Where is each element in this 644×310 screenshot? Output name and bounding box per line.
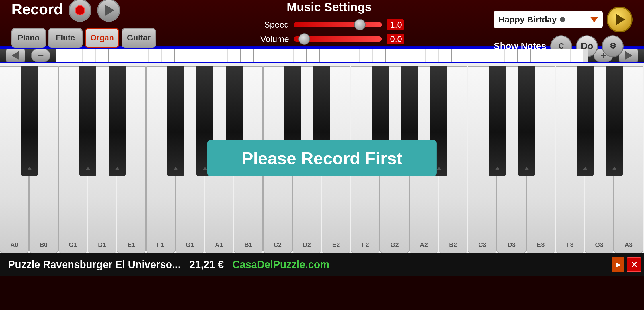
key-label: G2: [390, 241, 399, 249]
control-title: Music Control: [494, 0, 574, 3]
key-label: A2: [420, 241, 428, 249]
key-label: E2: [332, 241, 340, 249]
ad-play-icon[interactable]: ▶: [612, 257, 624, 272]
play-gold-icon: [616, 14, 625, 25]
key-label: C3: [478, 241, 486, 249]
speed-value: 1.0: [387, 19, 404, 30]
arrow-left-icon: [12, 51, 19, 60]
key-label: C2: [274, 241, 282, 249]
key-label: F3: [566, 241, 574, 249]
black-key-20[interactable]: [606, 66, 623, 176]
key-label: E3: [537, 241, 545, 249]
song-name: Happy Birtday: [498, 15, 557, 24]
instrument-guitar[interactable]: Guitar: [122, 28, 156, 48]
black-key-19[interactable]: [577, 66, 594, 176]
key-label: B0: [40, 241, 48, 249]
record-overlay: Please Record First: [207, 140, 437, 176]
zoom-out-button[interactable]: −: [31, 49, 50, 62]
volume-thumb[interactable]: [298, 33, 310, 45]
volume-label: Volume: [255, 34, 289, 44]
piano-area: A0B0C1D1E1F1G1A1B1C2D2E2F2G2A2B2C3D3E3F3…: [0, 63, 644, 253]
black-key-16[interactable]: [489, 66, 506, 176]
speed-label: Speed: [255, 20, 289, 30]
ad-price: 21,21 €: [189, 259, 224, 271]
black-key-5[interactable]: [167, 66, 184, 176]
instrument-piano[interactable]: Piano: [11, 28, 46, 48]
ad-text: Puzzle Ravensburger El Universo...: [8, 259, 181, 271]
instrument-organ[interactable]: Organ: [85, 28, 119, 48]
song-selector[interactable]: Happy Birtday: [494, 11, 603, 28]
black-key-17[interactable]: [518, 66, 535, 176]
volume-value: 0.0: [387, 34, 404, 44]
key-label: C1: [69, 241, 77, 249]
black-key-3[interactable]: [109, 66, 126, 176]
key-label: D1: [98, 241, 106, 249]
key-label: B1: [244, 241, 252, 249]
key-label: G3: [595, 241, 603, 249]
dropdown-arrow-icon: [590, 17, 598, 22]
ad-close-button[interactable]: ✕: [627, 257, 641, 272]
ad-bar: Puzzle Ravensburger El Universo... 21,21…: [0, 253, 644, 276]
speed-row: Speed 1.0: [255, 19, 404, 30]
key-label: A1: [215, 241, 223, 249]
record-dot-icon: [75, 5, 85, 16]
ad-link[interactable]: CasaDelPuzzle.com: [232, 259, 329, 271]
volume-track: [294, 36, 382, 42]
black-key-2[interactable]: [79, 66, 96, 176]
song-dot-icon: [560, 17, 565, 22]
black-key-0[interactable]: [21, 66, 38, 176]
key-label: A0: [10, 241, 18, 249]
record-title: Record: [11, 1, 63, 18]
settings-title: Music Settings: [287, 0, 372, 14]
record-row: Record: [11, 0, 156, 22]
key-label: F1: [157, 241, 164, 249]
play-button[interactable]: [97, 0, 120, 22]
instrument-flute[interactable]: Flute: [48, 28, 83, 48]
key-label: B2: [449, 241, 457, 249]
key-label: D2: [303, 241, 311, 249]
keyboard-scroll: − +: [0, 47, 644, 63]
key-label: G1: [186, 241, 194, 249]
key-label: A3: [625, 241, 633, 249]
left-controls: Record Piano Flute Organ Guitar: [11, 0, 156, 48]
key-label: F2: [362, 241, 369, 249]
header: Record Piano Flute Organ Guitar Music Se…: [0, 0, 644, 47]
speed-track: [294, 22, 382, 27]
music-settings: Music Settings Speed 1.0 Volume 0.0: [182, 0, 477, 46]
play-triangle-icon: [105, 5, 114, 16]
key-label: E1: [128, 241, 135, 249]
speed-thumb[interactable]: [354, 19, 366, 30]
record-button[interactable]: [69, 0, 91, 22]
music-control: Music Control Happy Birtday Show Notes C…: [494, 0, 633, 57]
notes-settings-button[interactable]: ⚙: [602, 35, 624, 57]
key-label: D3: [508, 241, 516, 249]
mini-keyboard: [56, 49, 588, 62]
scroll-left-button[interactable]: [6, 49, 25, 62]
control-row: Happy Birtday: [494, 7, 633, 32]
volume-row: Volume 0.0: [255, 34, 404, 44]
arrow-right-icon: [625, 51, 632, 60]
instrument-buttons: Piano Flute Organ Guitar: [11, 28, 156, 48]
play-gold-button[interactable]: [607, 7, 633, 32]
